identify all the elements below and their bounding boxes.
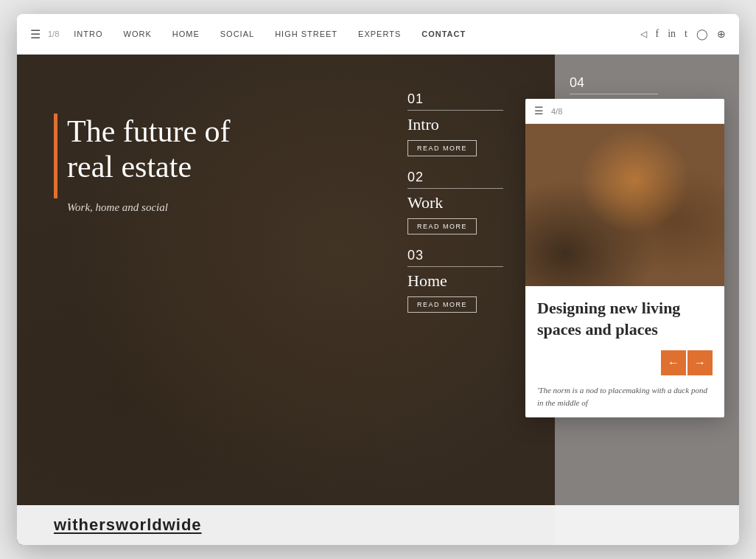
main-content: The future of real estate Work, home and… bbox=[17, 55, 739, 545]
nav-bar: ☰ 1/8 INTRO WORK HOME SOCIAL HIGH STREET… bbox=[17, 14, 739, 55]
card-nav-buttons: ← → bbox=[537, 350, 713, 375]
read-more-02-button[interactable]: READ MORE bbox=[407, 218, 477, 235]
section-04-number: 04 bbox=[570, 75, 724, 91]
section-01-divider bbox=[407, 110, 503, 111]
card-header: ☰ 4/8 bbox=[525, 99, 724, 124]
card-page-count: 4/8 bbox=[551, 107, 562, 116]
instagram-icon[interactable]: ◯ bbox=[696, 28, 708, 41]
footer-brand: withersworldwide bbox=[54, 515, 202, 534]
hamburger-icon[interactable]: ☰ bbox=[30, 27, 41, 41]
section-02-divider bbox=[407, 188, 503, 189]
nav-right: ◁ f in t ◯ ⊕ bbox=[640, 28, 726, 41]
hero-subtitle: Work, home and social bbox=[54, 201, 231, 214]
nav-experts[interactable]: EXPERTS bbox=[358, 29, 401, 38]
card-menu-icon[interactable]: ☰ bbox=[534, 105, 544, 117]
facebook-icon[interactable]: f bbox=[656, 28, 659, 40]
hero-title: The future of real estate bbox=[54, 114, 231, 185]
read-more-01-button[interactable]: READ MORE bbox=[407, 140, 477, 156]
card-image bbox=[525, 124, 724, 286]
card-image-background bbox=[525, 124, 724, 286]
nav-home[interactable]: HOME bbox=[172, 29, 200, 38]
hero-text-area: The future of real estate Work, home and… bbox=[54, 114, 231, 214]
card-body: Designing new living spaces and places ←… bbox=[525, 286, 724, 417]
card-prev-button[interactable]: ← bbox=[661, 350, 686, 375]
card-next-button[interactable]: → bbox=[687, 350, 713, 375]
section-04-divider bbox=[570, 94, 658, 94]
page-count: 1/8 bbox=[48, 29, 59, 38]
page-footer: withersworldwide bbox=[17, 505, 739, 545]
read-more-03-button[interactable]: READ MORE bbox=[407, 296, 477, 313]
card-quote: 'The norm is a nod to placemaking with a… bbox=[537, 384, 713, 409]
nav-social[interactable]: SOCIAL bbox=[220, 29, 254, 38]
nav-intro[interactable]: INTRO bbox=[74, 29, 102, 38]
nav-work[interactable]: WORK bbox=[124, 29, 152, 38]
nav-high-street[interactable]: HIGH STREET bbox=[275, 29, 337, 38]
section-03-divider bbox=[407, 266, 503, 267]
globe-icon[interactable]: ⊕ bbox=[717, 28, 726, 41]
linkedin-icon[interactable]: in bbox=[668, 28, 676, 40]
nav-contact[interactable]: CONTACT bbox=[421, 29, 466, 38]
floating-card: ☰ 4/8 Designing new living spaces and pl… bbox=[525, 99, 724, 417]
twitter-icon[interactable]: t bbox=[685, 28, 687, 40]
nav-links: INTRO WORK HOME SOCIAL HIGH STREET EXPER… bbox=[74, 29, 640, 38]
sound-icon[interactable]: ◁ bbox=[640, 29, 647, 40]
card-title: Designing new living spaces and places bbox=[537, 298, 713, 340]
accent-bar bbox=[54, 114, 57, 198]
browser-window: ☰ 1/8 INTRO WORK HOME SOCIAL HIGH STREET… bbox=[17, 14, 739, 545]
